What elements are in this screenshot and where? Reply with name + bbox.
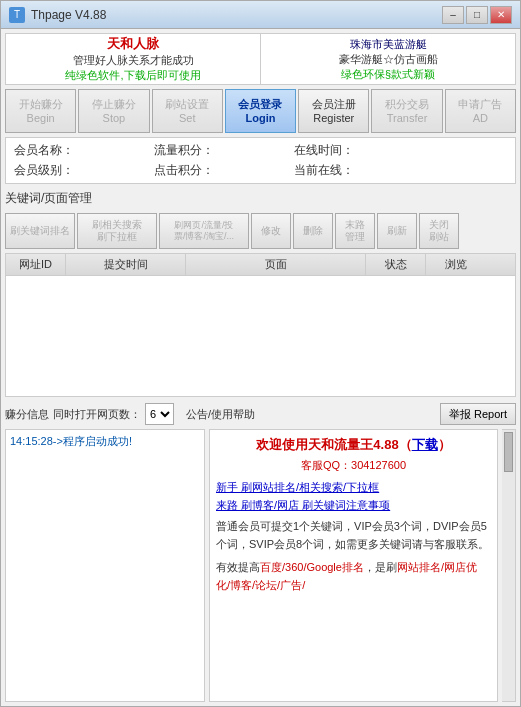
ad-left-line1: 管理好人脉关系才能成功 — [73, 53, 194, 68]
register-button[interactable]: 会员注册 Register — [298, 89, 369, 133]
title-bar: T Thpage V4.88 – □ ✕ — [1, 1, 520, 29]
app-icon: T — [9, 7, 25, 23]
info-body-2: 有效提高百度/360/Google排名，是刷网站排名/网店优化/博客/论坛/广告… — [216, 559, 491, 594]
minimize-button[interactable]: – — [442, 6, 464, 24]
concurrent-label: 同时打开网页数： — [53, 407, 141, 422]
click-label: 点击积分： — [154, 162, 214, 179]
stop-button[interactable]: 停止赚分 Stop — [78, 89, 149, 133]
lower-area: 14:15:28->程序启动成功! 欢迎使用天和流量王4.88（下载） 客服QQ… — [5, 429, 516, 702]
col-header-id: 网址ID — [6, 254, 66, 275]
modify-btn[interactable]: 修改 — [251, 213, 291, 249]
guide-link-2[interactable]: 来路 刷博客/网店 刷关键词注意事项 — [216, 499, 390, 511]
transfer-button[interactable]: 积分交易 Transfer — [371, 89, 442, 133]
member-row-2: 会员级别： 点击积分： 当前在线： — [14, 162, 507, 179]
current-online-label: 当前在线： — [294, 162, 354, 179]
info-title: 欢迎使用天和流量王4.88（下载） — [216, 436, 491, 454]
col-header-browse: 浏览 — [426, 254, 486, 275]
current-online-field: 当前在线： — [294, 162, 418, 179]
flush-keyword-btn[interactable]: 刷关键词 排名 — [5, 213, 75, 249]
table-header: 网址ID 提交时间 页面 状态 浏览 — [6, 254, 515, 276]
begin-button[interactable]: 开始赚分 Begin — [5, 89, 76, 133]
col-header-status: 状态 — [366, 254, 426, 275]
col-header-page: 页面 — [186, 254, 366, 275]
maximize-button[interactable]: □ — [466, 6, 488, 24]
main-window: T Thpage V4.88 – □ ✕ 天和人脉 管理好人脉关系才能成功 纯绿… — [0, 0, 521, 707]
member-level-field: 会员级别： — [14, 162, 138, 179]
ad-right-line1: 豪华游艇☆仿古画船 — [339, 52, 438, 67]
info-service: 客服QQ：304127600 — [216, 458, 491, 473]
ad-right-title: 珠海市美蓝游艇 — [350, 37, 427, 52]
ad-right-link: 绿色环保§款式新颖 — [341, 67, 435, 82]
ad-left[interactable]: 天和人脉 管理好人脉关系才能成功 纯绿色软件,下载后即可使用 — [6, 34, 261, 84]
scrollbar[interactable] — [502, 429, 516, 702]
member-info: 会员名称： 流量积分： 在线时间： 会员级别： 点击积分： — [5, 137, 516, 184]
set-button[interactable]: 刷站设置 Set — [152, 89, 223, 133]
traffic-label: 流量积分： — [154, 142, 214, 159]
ad-left-link: 纯绿色软件,下载后即可使用 — [65, 68, 200, 83]
close-button[interactable]: ✕ — [490, 6, 512, 24]
report-button[interactable]: 举报 Report — [440, 403, 516, 425]
concurrent-select[interactable]: 6 — [145, 403, 174, 425]
traffic-field: 流量积分： — [154, 142, 278, 159]
col-header-time: 提交时间 — [66, 254, 186, 275]
earn-label: 赚分信息 — [5, 407, 49, 422]
main-content: 天和人脉 管理好人脉关系才能成功 纯绿色软件,下载后即可使用 珠海市美蓝游艇 豪… — [1, 29, 520, 706]
bottom-bar: 赚分信息 同时打开网页数： 6 公告/使用帮助 举报 Report — [5, 403, 516, 425]
download-link[interactable]: 下载 — [412, 437, 438, 452]
member-level-label: 会员级别： — [14, 162, 74, 179]
announce-label: 公告/使用帮助 — [186, 407, 255, 422]
window-title: Thpage V4.88 — [31, 8, 442, 22]
ad-button[interactable]: 申请广告 AD — [445, 89, 516, 133]
info-area: 欢迎使用天和流量王4.88（下载） 客服QQ：304127600 新手 刷网站排… — [209, 429, 498, 702]
log-area: 14:15:28->程序启动成功! — [5, 429, 205, 702]
member-row-1: 会员名称： 流量积分： 在线时间： — [14, 142, 507, 159]
log-entry-0: 14:15:28->程序启动成功! — [10, 434, 200, 449]
keyword-section-title: 关键词/页面管理 — [5, 190, 516, 207]
refresh-btn[interactable]: 刷新 — [377, 213, 417, 249]
online-time-field: 在线时间： — [294, 142, 418, 159]
delete-btn[interactable]: 删除 — [293, 213, 333, 249]
scroll-thumb[interactable] — [504, 432, 513, 472]
ad-banner: 天和人脉 管理好人脉关系才能成功 纯绿色软件,下载后即可使用 珠海市美蓝游艇 豪… — [5, 33, 516, 85]
guide-link-1[interactable]: 新手 刷网站排名/相关搜索/下拉框 — [216, 481, 379, 493]
endpath-btn[interactable]: 末路 管理 — [335, 213, 375, 249]
window-controls: – □ ✕ — [442, 6, 512, 24]
info-links-row: 新手 刷网站排名/相关搜索/下拉框 来路 刷博客/网店 刷关键词注意事项 — [216, 479, 491, 514]
table-body — [6, 276, 515, 396]
online-time-label: 在线时间： — [294, 142, 354, 159]
ad-left-title: 天和人脉 — [107, 35, 159, 53]
member-name-field: 会员名称： — [14, 142, 138, 159]
ad-right[interactable]: 珠海市美蓝游艇 豪华游艇☆仿古画船 绿色环保§款式新颖 — [261, 34, 515, 84]
info-body-1: 普通会员可提交1个关键词，VIP会员3个词，DVIP会员5个词，SVIP会员8个… — [216, 518, 491, 553]
click-field: 点击积分： — [154, 162, 278, 179]
login-button[interactable]: 会员登录 Login — [225, 89, 296, 133]
flush-page-btn[interactable]: 刷网页/流量/投 票/博客/淘宝/... — [159, 213, 249, 249]
data-table: 网址ID 提交时间 页面 状态 浏览 — [5, 253, 516, 397]
main-toolbar: 开始赚分 Begin 停止赚分 Stop 刷站设置 Set 会员登录 Login… — [5, 89, 516, 133]
keyword-toolbar: 刷关键词 排名 刷相关搜索 刷下拉框 刷网页/流量/投 票/博客/淘宝/... … — [5, 213, 516, 249]
flush-related-btn[interactable]: 刷相关搜索 刷下拉框 — [77, 213, 157, 249]
member-name-label: 会员名称： — [14, 142, 74, 159]
close-flush-btn[interactable]: 关闭 刷站 — [419, 213, 459, 249]
